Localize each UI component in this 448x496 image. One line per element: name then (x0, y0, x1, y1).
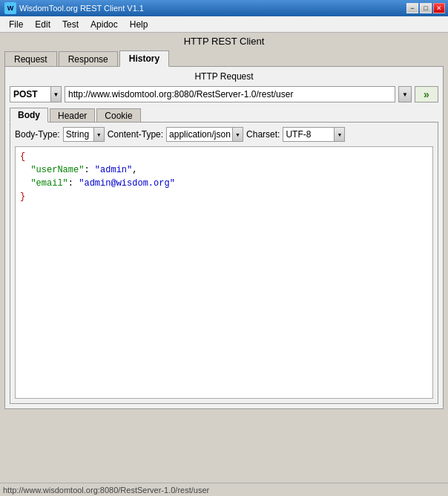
username-key: "userName" (30, 165, 84, 175)
body-line-3: "email": "admin@wisdom.org" (20, 177, 428, 190)
body-line-2: "userName": "admin", (20, 163, 428, 177)
status-bar: http://www.wisdomtool.org:8080/RestServe… (0, 483, 448, 496)
body-type-dropdown-icon[interactable]: ▼ (93, 128, 104, 141)
close-button[interactable]: ✕ (433, 3, 445, 13)
body-type-label: Body-Type: (15, 129, 60, 140)
http-request-title: HTTP Request (10, 71, 438, 82)
sub-panel: Body-Type: String Binary ▼ Content-Type:… (10, 122, 438, 404)
menu-help[interactable]: Help (124, 18, 154, 31)
method-dropdown-icon[interactable]: ▼ (50, 87, 61, 102)
window-controls: − □ ✕ (406, 3, 445, 13)
content-type-select-wrapper: application/json text/plain application/… (166, 127, 243, 142)
method-wrapper: POST GET PUT DELETE ▼ (10, 86, 62, 102)
main-panel: HTTP Request POST GET PUT DELETE ▼ ▼ » B… (4, 66, 444, 409)
open-brace: { (20, 151, 25, 162)
charset-label: Charset: (246, 129, 280, 140)
url-dropdown-button[interactable]: ▼ (398, 86, 412, 102)
email-value: "admin@wisdom.org" (79, 178, 175, 189)
status-text: http://www.wisdomtool.org:8080/RestServe… (3, 486, 209, 495)
send-button[interactable]: » (415, 86, 438, 102)
sub-tabs: Body Header Cookie (10, 107, 438, 122)
method-select[interactable]: POST GET PUT DELETE (10, 87, 50, 102)
app-title: HTTP REST Client (4, 36, 444, 47)
menu-edit[interactable]: Edit (29, 18, 56, 31)
charset-select-wrapper: UTF-8 ISO-8859-1 ▼ (283, 127, 345, 142)
title-bar-left: W WisdomTool.org REST Client V1.1 (4, 2, 144, 14)
content-type-dropdown-icon[interactable]: ▼ (232, 128, 243, 141)
tab-header[interactable]: Header (50, 108, 95, 123)
charset-select[interactable]: UTF-8 ISO-8859-1 (283, 128, 334, 141)
title-bar: W WisdomTool.org REST Client V1.1 − □ ✕ (0, 0, 448, 16)
app-content: HTTP REST Client Request Response Histor… (0, 33, 448, 496)
tab-body[interactable]: Body (10, 108, 48, 123)
body-line-4: } (20, 190, 428, 203)
url-input[interactable] (65, 86, 395, 102)
menu-apidoc[interactable]: Apidoc (85, 18, 124, 31)
tab-history[interactable]: History (119, 50, 169, 67)
tab-response[interactable]: Response (59, 51, 118, 67)
menu-file[interactable]: File (3, 18, 29, 31)
body-type-select-wrapper: String Binary ▼ (63, 127, 105, 142)
username-value: "admin" (95, 165, 132, 175)
body-type-row: Body-Type: String Binary ▼ Content-Type:… (15, 127, 433, 142)
body-type-select[interactable]: String Binary (64, 128, 93, 141)
menu-bar: File Edit Test Apidoc Help (0, 16, 448, 33)
maximize-button[interactable]: □ (420, 3, 432, 13)
tab-request[interactable]: Request (4, 51, 57, 67)
content-type-select[interactable]: application/json text/plain application/… (167, 128, 232, 141)
content-type-label: Content-Type: (108, 129, 163, 140)
body-line-1: { (20, 150, 428, 163)
url-row: POST GET PUT DELETE ▼ ▼ » (10, 86, 438, 102)
close-brace: } (20, 192, 25, 202)
email-key: "email" (30, 178, 67, 189)
app-icon: W (4, 2, 16, 14)
minimize-button[interactable]: − (406, 3, 418, 13)
body-content-area[interactable]: { "userName": "admin", "email": "admin@w… (15, 146, 433, 399)
window-title: WisdomTool.org REST Client V1.1 (19, 4, 144, 13)
tab-cookie[interactable]: Cookie (96, 108, 140, 123)
menu-test[interactable]: Test (56, 18, 85, 31)
main-tabs: Request Response History (4, 50, 444, 66)
charset-dropdown-icon[interactable]: ▼ (334, 128, 344, 141)
